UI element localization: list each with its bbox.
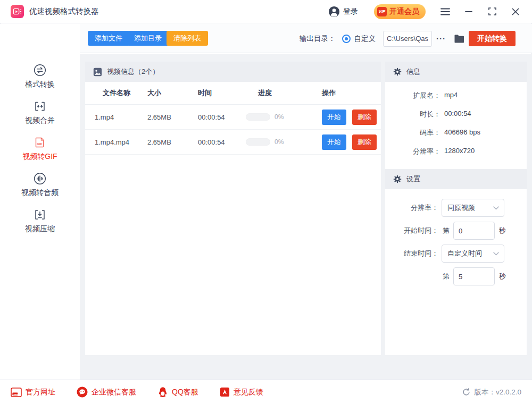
user-icon [328,6,340,18]
sidebar-item-video-to-gif[interactable]: GIF 视频转GIF [0,133,80,163]
settings-header: 设置 [385,169,527,189]
wechat-support-link[interactable]: 企业微信客服 [77,386,136,398]
footer-link-label: 企业微信客服 [92,388,136,397]
menu-button[interactable] [439,6,451,18]
wechat-service-icon [77,386,88,398]
info-value: 1280x720 [444,147,475,156]
image-icon [93,68,102,77]
row-start-button[interactable]: 开始 [322,134,346,150]
info-settings-panel: 信息 扩展名：mp4 时长：00:00:54 码率：406696 bps 分辨率… [385,62,527,355]
custom-dir-radio[interactable] [342,35,351,43]
info-label: 码率： [385,128,440,138]
open-folder-button[interactable] [454,35,464,43]
file-name: 1.mp4.mp4 [95,138,147,146]
col-size: 大小 [147,88,198,98]
add-directory-button[interactable]: 添加目录 [127,31,169,46]
end-time-suffix: 秒 [499,272,506,281]
sidebar-item-label: 视频转音频 [21,188,59,198]
row-delete-button[interactable]: 删除 [352,134,377,150]
progress-bar [246,113,270,121]
qq-support-link[interactable]: QQ客服 [157,386,198,398]
table-header-row: 文件名称 大小 时间 进度 操作 [85,82,381,105]
content-area: 视频信息（2个） 文件名称 大小 时间 进度 操作 1.mp4 2.65MB 0… [80,54,532,380]
resolution-label: 分辨率： [385,203,438,213]
end-time-mode-value: 自定义时间 [447,249,482,258]
app-window: 优速视频格式转换器 登录 VIP 开通会员 [0,0,532,404]
start-convert-button[interactable]: 开始转换 [469,31,516,46]
clear-list-button[interactable]: 清除列表 [167,31,208,46]
gear-icon [393,175,402,183]
sidebar-item-label: 视频转GIF [22,152,57,162]
qq-icon [157,386,168,398]
info-value: 00:00:54 [444,110,471,119]
settings-fields: 分辨率： 同原视频 开始时间： 第 秒 结束时间： 自定义时间 [385,189,527,285]
sidebar-item-video-compress[interactable]: 视频压缩 [0,206,80,235]
footer-link-label: 意见反馈 [234,388,263,397]
progress-bar [246,138,270,146]
login-button[interactable]: 登录 [328,6,358,18]
gear-icon [393,68,402,76]
sidebar-item-label: 格式转换 [25,80,55,89]
audio-wave-icon [34,172,46,186]
format-convert-icon [34,63,46,77]
resolution-value: 同原视频 [447,203,475,213]
official-site-link[interactable]: .com 官方网址 [11,388,55,397]
info-title: 信息 [406,67,420,77]
feedback-link[interactable]: 意见反馈 [220,387,263,397]
row-delete-button[interactable]: 删除 [352,110,377,125]
video-list-header: 视频信息（2个） [85,62,381,82]
vip-label: 开通会员 [389,7,419,16]
progress-value: 0% [275,113,284,121]
sidebar-item-video-merge[interactable]: 视频合并 [0,97,80,127]
maximize-button[interactable] [486,6,498,18]
sidebar-item-format-convert[interactable]: 格式转换 [0,61,80,91]
close-button[interactable] [510,6,521,18]
info-fields: 扩展名：mp4 时长：00:00:54 码率：406696 bps 分辨率：12… [385,82,527,169]
info-label: 时长： [385,110,440,119]
folder-icon [454,35,464,43]
output-path-input[interactable] [383,31,432,47]
hamburger-icon [440,8,450,15]
end-time-mode-select[interactable]: 自定义时间 [442,245,504,263]
browse-more-button[interactable]: ··· [436,34,446,43]
start-time-prefix: 第 [443,226,450,235]
sidebar-item-video-to-audio[interactable]: 视频转音频 [0,170,80,199]
video-list-panel: 视频信息（2个） 文件名称 大小 时间 进度 操作 1.mp4 2.65MB 0… [85,62,381,355]
col-progress: 进度 [246,88,322,98]
app-title: 优速视频格式转换器 [29,6,99,16]
feedback-icon [220,387,230,397]
vip-upgrade-button[interactable]: VIP 开通会员 [374,4,426,19]
settings-title: 设置 [406,174,420,184]
end-time-prefix: 第 [443,272,450,281]
chevron-down-icon [493,252,499,256]
table-row: 1.mp4 2.65MB 00:00:54 0% 开始 删除 [85,105,381,130]
end-time-input[interactable] [453,267,495,285]
add-file-button[interactable]: 添加文件 [88,31,129,46]
col-time: 时间 [198,88,246,98]
resolution-select[interactable]: 同原视频 [442,199,504,217]
titlebar: 优速视频格式转换器 登录 VIP 开通会员 [0,0,532,23]
info-value: 406696 bps [444,128,480,138]
sidebar-item-label: 视频合并 [25,116,55,125]
table-row: 1.mp4.mp4 2.65MB 00:00:54 0% 开始 删除 [85,130,381,155]
start-time-label: 开始时间： [385,226,438,235]
footer: .com 官方网址 企业微信客服 QQ客服 意见反馈 版本：v2.0.2.0 [0,380,532,404]
login-label: 登录 [343,7,358,16]
refresh-icon [462,388,470,396]
row-start-button[interactable]: 开始 [322,110,346,125]
vip-icon: VIP [377,7,387,16]
info-value: mp4 [444,91,458,100]
start-time-input[interactable] [453,222,495,240]
video-merge-icon [34,99,46,113]
video-list-title: 视频信息（2个） [107,67,159,77]
toolbar: 添加文件 添加目录 清除列表 输出目录： 自定义 ··· 开始转换 [80,24,532,53]
svg-text:.com: .com [13,392,18,395]
fullscreen-icon [488,7,496,15]
chevron-down-icon [493,206,499,210]
gif-file-icon: GIF [34,136,46,149]
file-size: 2.65MB [147,113,198,121]
svg-text:GIF: GIF [37,141,43,145]
end-time-label: 结束时间： [385,249,438,258]
minimize-button[interactable] [463,6,475,18]
app-logo-icon [11,5,24,18]
